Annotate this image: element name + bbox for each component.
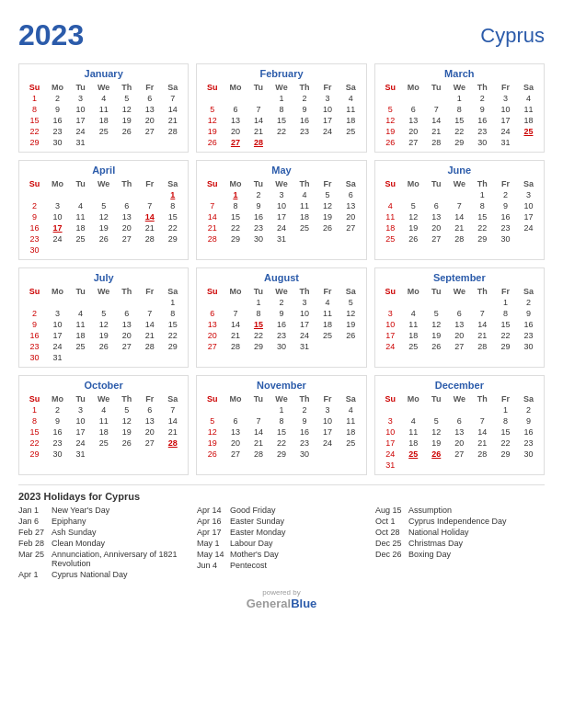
- cal-day: 20: [138, 115, 161, 126]
- cal-day: 20: [402, 126, 425, 137]
- cal-day: [517, 137, 540, 148]
- cal-day: 25: [339, 438, 362, 449]
- cal-day: 24: [494, 126, 517, 137]
- cal-day: 6: [138, 404, 161, 415]
- month-block-december: DecemberSuMoTuWeThFrSa123456789101112131…: [374, 375, 545, 475]
- cal-day: [201, 189, 224, 200]
- cal-day: 31: [69, 137, 92, 148]
- holiday-name: Cyprus Independence Day: [408, 517, 507, 526]
- cal-day: 21: [224, 330, 247, 341]
- cal-day: 4: [92, 93, 115, 104]
- holidays-section: 2023 Holidays for Cyprus Jan 1New Year's…: [18, 484, 545, 581]
- day-header-th: Th: [293, 82, 316, 93]
- cal-day: 22: [270, 438, 293, 449]
- day-header-tu: Tu: [247, 178, 270, 189]
- holiday-item: Oct 28National Holiday: [375, 528, 545, 537]
- month-title: March: [379, 68, 540, 79]
- cal-day: 26: [201, 449, 224, 460]
- day-header-fr: Fr: [316, 82, 339, 93]
- holiday-date: Apr 17: [197, 528, 226, 537]
- cal-day: 6: [448, 308, 471, 319]
- day-header-su: Su: [201, 178, 224, 189]
- cal-day: 17: [379, 438, 402, 449]
- cal-day: 1: [161, 189, 184, 200]
- holiday-name: Pentecost: [230, 561, 267, 570]
- cal-day: 10: [379, 427, 402, 438]
- cal-day: 3: [293, 297, 316, 308]
- day-header-th: Th: [293, 393, 316, 404]
- month-title: May: [201, 165, 362, 176]
- cal-day: [161, 449, 184, 460]
- cal-day: 23: [517, 330, 540, 341]
- holiday-item: Apr 16Easter Sunday: [197, 517, 366, 526]
- cal-day: [115, 137, 138, 148]
- cal-day: 3: [316, 404, 339, 415]
- cal-day: 29: [224, 233, 247, 245]
- cal-day: [247, 404, 270, 415]
- cal-day: 15: [23, 427, 46, 438]
- cal-day: 25: [92, 126, 115, 137]
- cal-day: 5: [425, 415, 448, 427]
- cal-day: 5: [201, 104, 224, 115]
- holiday-item: Dec 26Boxing Day: [375, 550, 545, 559]
- cal-day: 13: [224, 427, 247, 438]
- cal-day: 25: [517, 126, 540, 137]
- day-header-sa: Sa: [161, 82, 184, 93]
- cal-day: 1: [494, 297, 517, 308]
- day-header-sa: Sa: [161, 286, 184, 297]
- month-block-january: JanuarySuMoTuWeThFrSa1234567891011121314…: [18, 63, 189, 153]
- cal-day: 13: [115, 319, 138, 330]
- cal-day: 4: [316, 297, 339, 308]
- cal-day: 2: [293, 93, 316, 104]
- day-header-we: We: [448, 178, 471, 189]
- cal-day: 29: [270, 449, 293, 460]
- cal-day: 6: [115, 200, 138, 211]
- cal-day: 8: [494, 415, 517, 427]
- cal-day: 30: [23, 352, 46, 363]
- cal-day: 1: [270, 93, 293, 104]
- cal-day: 26: [115, 438, 138, 449]
- holidays-col1: Jan 1New Year's DayJan 6EpiphanyFeb 27As…: [18, 506, 188, 581]
- calendars-grid: JanuarySuMoTuWeThFrSa1234567891011121314…: [18, 63, 545, 475]
- cal-day: 5: [201, 415, 224, 427]
- holiday-item: Jan 6Epiphany: [18, 517, 188, 526]
- cal-day: 27: [425, 233, 448, 245]
- cal-day: [23, 297, 46, 308]
- cal-day: 3: [517, 189, 540, 200]
- cal-day: 19: [316, 211, 339, 222]
- cal-day: [138, 137, 161, 148]
- cal-day: 14: [471, 427, 494, 438]
- cal-day: 21: [471, 330, 494, 341]
- day-header-fr: Fr: [138, 286, 161, 297]
- cal-day: 30: [270, 341, 293, 352]
- day-header-mo: Mo: [46, 178, 69, 189]
- month-block-august: AugustSuMoTuWeThFrSa12345678910111213141…: [196, 267, 366, 368]
- cal-day: 17: [293, 319, 316, 330]
- day-header-mo: Mo: [46, 82, 69, 93]
- cal-day: 15: [224, 211, 247, 222]
- cal-day: 11: [293, 200, 316, 211]
- day-header-tu: Tu: [425, 178, 448, 189]
- cal-day: 1: [247, 297, 270, 308]
- cal-day: 27: [115, 341, 138, 352]
- cal-day: 11: [402, 319, 425, 330]
- cal-day: 18: [517, 115, 540, 126]
- cal-day: 20: [339, 211, 362, 222]
- cal-day: 7: [448, 200, 471, 211]
- year-label: 2023: [18, 18, 84, 52]
- cal-day: 10: [69, 104, 92, 115]
- cal-day: 29: [247, 341, 270, 352]
- cal-day: [224, 404, 247, 415]
- holiday-item: Aug 15Assumption: [375, 506, 545, 515]
- cal-day: 28: [161, 438, 184, 449]
- cal-day: 7: [138, 308, 161, 319]
- cal-day: [201, 404, 224, 415]
- cal-day: 7: [425, 104, 448, 115]
- day-header-fr: Fr: [494, 178, 517, 189]
- cal-day: 3: [379, 308, 402, 319]
- day-header-tu: Tu: [425, 82, 448, 93]
- cal-day: 24: [316, 438, 339, 449]
- holiday-item: Apr 14Good Friday: [197, 506, 366, 515]
- cal-day: [402, 189, 425, 200]
- day-header-we: We: [92, 393, 115, 404]
